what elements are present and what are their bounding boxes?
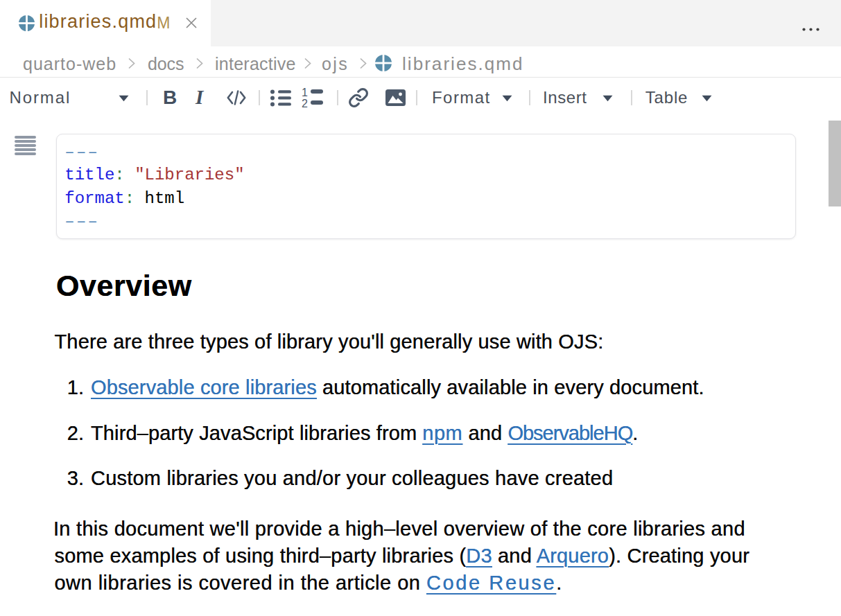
svg-text:2: 2 — [302, 98, 308, 108]
svg-text:1: 1 — [302, 88, 308, 98]
